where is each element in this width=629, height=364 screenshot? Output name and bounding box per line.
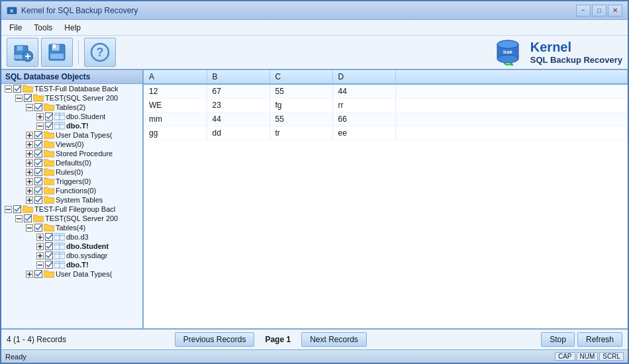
- data-grid[interactable]: ABCD 12675544WE23fgrrmm445566ggddtree: [144, 70, 628, 328]
- expand-icon[interactable]: [36, 122, 44, 130]
- tree-item[interactable]: Triggers(0): [1, 177, 142, 186]
- tree-checkbox[interactable]: [34, 103, 43, 111]
- expand-icon[interactable]: [36, 233, 44, 241]
- table-row[interactable]: ggddtree: [144, 126, 628, 140]
- expand-icon[interactable]: [36, 251, 44, 259]
- tree-item[interactable]: Tables(4): [1, 223, 142, 232]
- table-cell: gg: [144, 126, 207, 140]
- table-cell: 23: [207, 99, 269, 113]
- table-cell: ee: [332, 126, 395, 140]
- minimize-button[interactable]: −: [576, 5, 591, 17]
- expand-icon[interactable]: [25, 177, 33, 185]
- tree-checkbox[interactable]: [34, 187, 43, 195]
- table-icon: [54, 113, 65, 120]
- column-header-empty: [395, 70, 628, 84]
- svg-rect-11: [50, 54, 64, 59]
- tree-checkbox[interactable]: [34, 131, 43, 139]
- expand-icon[interactable]: [25, 270, 33, 278]
- tree-item[interactable]: System Tables: [1, 195, 142, 205]
- tree-item[interactable]: dbo.T!: [1, 260, 142, 269]
- tree-item[interactable]: TEST(SQL Server 200: [1, 214, 142, 223]
- tree-checkbox[interactable]: [13, 205, 22, 213]
- tree-item-label: System Tables: [56, 196, 103, 204]
- expand-icon[interactable]: [25, 140, 33, 148]
- tree-item[interactable]: TEST-Full Database Back: [1, 84, 142, 93]
- tree-item[interactable]: dbo.sysdiagr: [1, 251, 142, 260]
- save-button[interactable]: [41, 38, 73, 67]
- tree-item[interactable]: dbo.Student: [1, 112, 142, 121]
- refresh-button[interactable]: Refresh: [577, 332, 622, 347]
- menu-tools[interactable]: Tools: [28, 22, 58, 34]
- tree-checkbox[interactable]: [23, 94, 32, 102]
- expand-icon[interactable]: [15, 94, 23, 102]
- tree-item[interactable]: dbo.T!: [1, 121, 142, 130]
- expand-icon[interactable]: [25, 103, 33, 111]
- tree-item-label: Functions(0): [56, 187, 96, 195]
- tree-item[interactable]: User Data Types(: [1, 130, 142, 140]
- expand-icon[interactable]: [4, 85, 12, 93]
- tree-item[interactable]: dbo.d3: [1, 232, 142, 242]
- table-row[interactable]: WE23fgrr: [144, 99, 628, 113]
- help-button[interactable]: ?: [84, 38, 116, 67]
- tree-item-label: Stored Procedure: [56, 150, 113, 158]
- tree-checkbox[interactable]: [34, 224, 43, 232]
- close-button[interactable]: ✕: [608, 5, 622, 17]
- tree-checkbox[interactable]: [13, 85, 22, 93]
- stop-button[interactable]: Stop: [541, 332, 575, 347]
- column-header-b[interactable]: B: [207, 70, 269, 84]
- expand-icon[interactable]: [25, 159, 33, 167]
- tree-item[interactable]: Stored Procedure: [1, 149, 142, 158]
- expand-icon[interactable]: [36, 242, 44, 250]
- expand-icon[interactable]: [25, 168, 33, 176]
- tree-item[interactable]: TEST-Full Filegroup Bacl: [1, 205, 142, 214]
- column-header-a[interactable]: A: [144, 70, 207, 84]
- tree-checkbox[interactable]: [34, 168, 43, 176]
- tree-item[interactable]: Tables(2): [1, 103, 142, 112]
- tree-item[interactable]: Views(0): [1, 140, 142, 149]
- expand-icon[interactable]: [25, 196, 33, 204]
- tree-item-label: dbo.sysdiagr: [66, 251, 107, 259]
- tree-item[interactable]: dbo.Student: [1, 242, 142, 251]
- tree-checkbox[interactable]: [34, 150, 43, 158]
- tree-item[interactable]: Rules(0): [1, 167, 142, 177]
- expand-icon[interactable]: [25, 187, 33, 195]
- tree-checkbox[interactable]: [44, 242, 54, 250]
- table-cell: 55: [269, 84, 332, 99]
- tree-item[interactable]: Defaults(0): [1, 158, 142, 167]
- tree-checkbox[interactable]: [44, 113, 54, 120]
- column-header-c[interactable]: C: [269, 70, 332, 84]
- prev-records-button[interactable]: Previous Records: [175, 332, 255, 347]
- menu-help[interactable]: Help: [59, 22, 86, 34]
- tree-item-label: TEST-Full Filegroup Bacl: [34, 205, 115, 213]
- maximize-button[interactable]: □: [592, 5, 606, 17]
- expand-icon[interactable]: [25, 131, 33, 139]
- column-header-d[interactable]: D: [332, 70, 395, 84]
- tree-checkbox[interactable]: [34, 177, 43, 185]
- menu-file[interactable]: File: [4, 22, 27, 34]
- tree-checkbox[interactable]: [34, 196, 43, 204]
- expand-icon[interactable]: [4, 205, 12, 213]
- tree-item[interactable]: Functions(0): [1, 186, 142, 195]
- expand-icon[interactable]: [36, 261, 44, 269]
- tree-item[interactable]: TEST(SQL Server 200: [1, 93, 142, 103]
- expand-icon[interactable]: [25, 224, 33, 232]
- table-icon: [54, 233, 65, 241]
- tree-checkbox[interactable]: [44, 122, 54, 130]
- table-row[interactable]: mm445566: [144, 113, 628, 126]
- expand-icon[interactable]: [36, 113, 44, 120]
- expand-icon[interactable]: [25, 150, 33, 158]
- tree-checkbox[interactable]: [23, 214, 32, 222]
- tree-checkbox[interactable]: [34, 159, 43, 167]
- table-row[interactable]: 12675544: [144, 84, 628, 99]
- tree-checkbox[interactable]: [34, 270, 43, 278]
- tree-checkbox[interactable]: [44, 251, 54, 259]
- next-records-button[interactable]: Next Records: [301, 332, 367, 347]
- expand-icon[interactable]: [15, 214, 23, 222]
- tree-checkbox[interactable]: [44, 261, 54, 269]
- tree-item[interactable]: User Data Types(: [1, 269, 142, 279]
- tree-checkbox[interactable]: [44, 233, 54, 241]
- tree-item-label: Tables(2): [56, 103, 85, 111]
- open-button[interactable]: [7, 38, 38, 67]
- scrl-indicator: SCRL: [599, 352, 624, 361]
- tree-checkbox[interactable]: [34, 140, 43, 148]
